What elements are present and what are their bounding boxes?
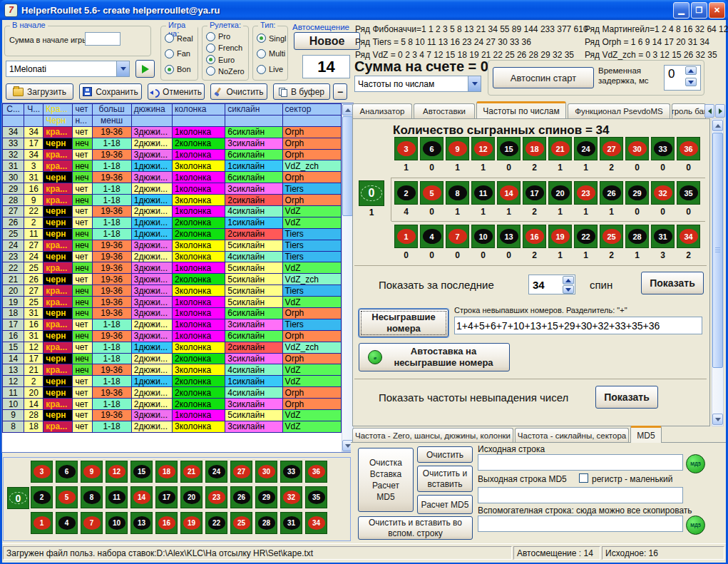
radio-option-real[interactable]: Real <box>165 34 196 43</box>
table-row[interactable]: 1631черннеч19-363дюжи...1колонка6сиклайн… <box>3 330 342 342</box>
table-row[interactable]: 2126чернчет19-363дюжи...2колонка5сиклайн… <box>3 274 342 285</box>
table-row[interactable]: 3234кра...чет19-363дюжи...1колонка6сикла… <box>3 149 342 160</box>
number-cell[interactable]: 8 <box>81 486 103 508</box>
number-cell[interactable]: 21 <box>180 461 202 483</box>
radio-option-bon[interactable]: Bon <box>165 65 196 74</box>
number-cell[interactable]: 7 <box>446 225 469 248</box>
number-cell[interactable]: 2 <box>31 486 53 508</box>
play-button[interactable] <box>135 60 155 78</box>
number-cell[interactable]: 31 <box>651 225 675 248</box>
table-row[interactable]: 2916кра...чет1-182дюжи...1колонка3сиклай… <box>3 183 342 195</box>
tab-1[interactable]: Анализатор <box>352 103 412 118</box>
number-cell[interactable]: 3 <box>31 461 53 483</box>
number-cell[interactable]: 25 <box>600 225 623 248</box>
tab-scroll-right-icon[interactable] <box>715 104 725 118</box>
number-cell[interactable]: 33 <box>651 137 675 160</box>
number-cell[interactable]: 18 <box>155 461 178 483</box>
number-cell[interactable]: 28 <box>255 512 277 534</box>
minimize-button[interactable]: ▁ <box>673 2 689 19</box>
table-row[interactable]: 2027кра...неч19-363дюжи...3колонка5сикла… <box>3 285 342 297</box>
tab-1[interactable]: Частота - Zero, шансы, дюжины, колонки <box>352 428 513 443</box>
number-cell[interactable]: 19 <box>548 225 572 248</box>
lowercase-checkbox[interactable] <box>579 473 588 483</box>
table-row[interactable]: 1321кра...неч19-362дюжи...3колонка4сикла… <box>3 364 342 376</box>
number-cell[interactable]: 12 <box>106 461 128 483</box>
delay-spin-down[interactable] <box>685 78 697 86</box>
number-cell[interactable]: 9 <box>446 137 469 160</box>
radio-option-nozero[interactable]: NoZero <box>206 66 247 76</box>
chevron-down-icon[interactable] <box>468 76 481 91</box>
number-cell[interactable]: 16 <box>523 225 546 248</box>
number-cell[interactable]: 20 <box>180 486 202 508</box>
tab-3[interactable]: Частоты по числам <box>476 101 566 118</box>
number-cell[interactable]: 6 <box>420 137 444 160</box>
number-cell[interactable]: 30 <box>255 461 277 483</box>
table-row[interactable]: 1120чернчет19-362дюжи...2колонка4сиклайн… <box>3 387 342 399</box>
tab-5[interactable]: Контроль банкро <box>672 103 706 118</box>
number-cell[interactable]: 33 <box>280 461 302 483</box>
number-cell[interactable]: 34 <box>677 225 700 248</box>
number-cell[interactable]: 12 <box>471 137 495 160</box>
scroll-up-icon[interactable] <box>712 120 723 131</box>
number-cell[interactable]: 14 <box>130 486 153 508</box>
number-cell[interactable]: 1 <box>31 512 53 534</box>
number-cell[interactable]: 13 <box>130 512 153 534</box>
number-cell[interactable]: 36 <box>677 137 700 160</box>
preset-combo[interactable]: 1Melonati <box>6 61 130 77</box>
number-cell[interactable]: 11 <box>106 486 128 508</box>
number-cell[interactable]: 7 <box>81 512 103 534</box>
table-row[interactable]: 3434кра...чет19-363дюжи...1колонка6сикла… <box>3 126 342 138</box>
number-cell[interactable]: 32 <box>280 486 302 508</box>
freq-zero-cell[interactable]: 0 <box>359 180 384 206</box>
table-row[interactable]: 2324чернчет19-362дюжи...3колонка4сиклайн… <box>3 251 342 262</box>
tab-scroll-left-icon[interactable] <box>704 104 714 118</box>
в буфер-button[interactable]: В буфер <box>273 83 330 100</box>
number-cell[interactable]: 13 <box>497 225 521 248</box>
board-zero-cell[interactable]: 0 <box>7 487 29 509</box>
number-cell[interactable]: 22 <box>205 512 227 534</box>
tab-2[interactable]: Автоставки <box>414 103 475 118</box>
number-cell[interactable]: 16 <box>155 512 178 534</box>
table-row[interactable]: 289кра...неч1-181дюжи...3колонка2сиклайн… <box>3 195 342 206</box>
table-row[interactable]: 928чернчет19-363дюжи...1колонка5сиклайнV… <box>3 410 342 421</box>
scroll-down-icon[interactable] <box>712 414 723 425</box>
number-cell[interactable]: 18 <box>523 137 546 160</box>
table-row[interactable]: 818кра...чет1-182дюжи...3колонка3сиклайн… <box>3 421 342 432</box>
radio-option-multi[interactable]: Multi <box>257 49 286 58</box>
radio-option-live[interactable]: Live <box>257 65 286 74</box>
table-row[interactable]: 2722чернчет19-362дюжи...1колонка4сиклайн… <box>3 206 342 217</box>
number-cell[interactable]: 28 <box>625 225 649 248</box>
mode-combo[interactable]: Частоты по числам <box>354 76 481 92</box>
number-cell[interactable]: 25 <box>230 512 252 534</box>
md5-clear-button[interactable]: Очистить <box>417 446 473 463</box>
number-cell[interactable]: 10 <box>106 512 128 534</box>
number-cell[interactable]: 9 <box>81 461 103 483</box>
number-cell[interactable]: 19 <box>180 512 202 534</box>
number-cell[interactable]: 4 <box>420 225 444 248</box>
missed-numbers-input[interactable] <box>454 317 702 334</box>
number-cell[interactable]: 27 <box>600 137 623 160</box>
md5-side-button[interactable]: Очистка Вставка Расчет MD5 <box>358 448 414 512</box>
number-cell[interactable]: 23 <box>205 486 227 508</box>
number-cell[interactable]: 26 <box>230 486 252 508</box>
freq-missed-button[interactable]: Показать <box>595 386 658 409</box>
number-cell[interactable]: 24 <box>574 137 598 160</box>
titlebar[interactable]: 7 HelperRoullet 5.6- create helperroulle… <box>0 0 728 20</box>
number-cell[interactable]: 15 <box>130 461 153 483</box>
table-row[interactable]: 3317черннеч1-182дюжи...2колонка3сиклайнO… <box>3 138 342 149</box>
number-cell[interactable]: 22 <box>574 225 598 248</box>
table-row[interactable]: 1512кра...чет1-181дюжи...3колонка2сиклай… <box>3 342 342 353</box>
radio-option-fan[interactable]: Fan <box>165 49 196 58</box>
radio-option-euro[interactable]: Euro <box>206 55 247 64</box>
table-row[interactable]: 3031черннеч19-363дюжи...1колонка6сиклайн… <box>3 172 342 183</box>
collapse-button[interactable]: − <box>333 83 347 100</box>
number-cell[interactable]: 8 <box>446 181 469 205</box>
number-cell[interactable]: 24 <box>205 461 227 483</box>
number-cell[interactable]: 4 <box>56 512 78 534</box>
сохранить-button[interactable]: Сохранить <box>79 83 142 100</box>
number-cell[interactable]: 20 <box>548 181 572 205</box>
number-cell[interactable]: 1 <box>394 225 418 248</box>
tab-4[interactable]: Функционал PsevdoMS <box>568 103 670 118</box>
table-row[interactable]: 2511черннеч1-181дюжи...2колонка2сиклайнT… <box>3 228 342 240</box>
загрузить-button[interactable]: Загрузить <box>6 83 73 100</box>
